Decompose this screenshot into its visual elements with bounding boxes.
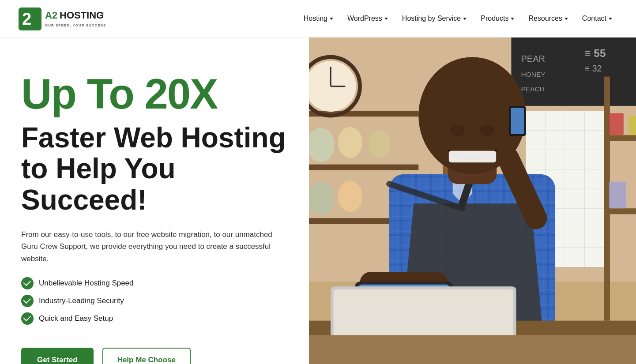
cta-buttons: Get Started Help Me Choose	[21, 348, 288, 364]
chevron-down-icon	[609, 18, 612, 20]
svg-text:≡ 32: ≡ 32	[584, 64, 602, 73]
svg-text:HOSTING: HOSTING	[60, 10, 104, 21]
nav-label-hosting: Hosting	[304, 15, 327, 23]
nav-link-hosting-by-service[interactable]: Hosting by Service	[396, 11, 473, 26]
hero-image-container: PEAR HONEY PEACH ≡ 55 ≡ 32	[309, 38, 636, 364]
svg-text:®: ®	[102, 12, 104, 16]
check-icon	[21, 277, 34, 289]
svg-text:A2: A2	[45, 10, 57, 21]
check-icon	[21, 295, 34, 307]
svg-point-19	[369, 130, 390, 158]
nav-item-hosting: Hosting	[297, 11, 339, 26]
nav-link-wordpress[interactable]: WordPress	[341, 11, 394, 26]
nav-label-hosting-by-service: Hosting by Service	[402, 15, 461, 23]
get-started-button[interactable]: Get Started	[21, 348, 94, 364]
nav-label-products: Products	[481, 15, 508, 23]
nav-item-products: Products	[474, 11, 520, 26]
nav-item-wordpress: WordPress	[341, 11, 394, 26]
svg-rect-30	[628, 116, 636, 135]
hero-section: Up To 20X Faster Web Hostingto Help YouS…	[0, 38, 636, 364]
svg-rect-74	[309, 335, 636, 364]
nav-label-wordpress: WordPress	[347, 15, 382, 23]
nav-link-contact[interactable]: Contact	[576, 11, 618, 26]
svg-rect-28	[604, 208, 636, 214]
hero-content: Up To 20X Faster Web Hostingto Help YouS…	[0, 38, 309, 364]
chevron-down-icon	[330, 18, 333, 20]
hero-headline-dark: Faster Web Hostingto Help YouSucceed!	[21, 122, 288, 215]
help-me-choose-button[interactable]: Help Me Choose	[102, 348, 191, 364]
svg-rect-27	[604, 135, 636, 141]
svg-rect-15	[309, 165, 418, 170]
feature-item-security: Industry-Leading Security	[21, 295, 288, 307]
feature-label-security: Industry-Leading Security	[39, 296, 124, 305]
svg-rect-31	[609, 181, 626, 208]
nav-link-hosting[interactable]: Hosting	[297, 11, 339, 26]
nav-item-hosting-by-service: Hosting by Service	[396, 11, 473, 26]
chevron-down-icon	[463, 18, 467, 20]
svg-point-18	[338, 127, 362, 158]
features-list: Unbelievable Hosting Speed Industry-Lead…	[21, 277, 288, 330]
svg-rect-62	[449, 151, 496, 163]
svg-point-60	[450, 124, 465, 136]
main-nav: Hosting WordPress Hosting by Service Pro…	[297, 11, 618, 26]
hero-headline-green: Up To 20X	[21, 73, 288, 115]
svg-text:OUR SPEED, YOUR SUCCESS: OUR SPEED, YOUR SUCCESS	[45, 23, 106, 27]
svg-text:HONEY: HONEY	[521, 71, 546, 78]
chevron-down-icon	[384, 18, 388, 20]
nav-link-resources[interactable]: Resources	[522, 11, 574, 26]
feature-label-speed: Unbelievable Hosting Speed	[39, 279, 134, 288]
feature-label-setup: Quick and Easy Setup	[39, 314, 113, 323]
svg-text:PEAR: PEAR	[521, 54, 545, 64]
svg-text:2: 2	[22, 10, 31, 28]
nav-label-contact: Contact	[582, 15, 606, 23]
check-icon	[21, 312, 34, 325]
navbar: 2 A2 HOSTING OUR SPEED, YOUR SUCCESS ® H…	[0, 0, 636, 38]
svg-text:≡ 55: ≡ 55	[584, 47, 606, 59]
nav-label-resources: Resources	[528, 15, 562, 23]
nav-link-products[interactable]: Products	[474, 11, 520, 26]
nav-item-resources: Resources	[522, 11, 574, 26]
svg-point-61	[480, 124, 494, 136]
feature-item-speed: Unbelievable Hosting Speed	[21, 277, 288, 289]
hero-image: PEAR HONEY PEACH ≡ 55 ≡ 32	[309, 38, 636, 364]
hero-photo-svg: PEAR HONEY PEACH ≡ 55 ≡ 32	[309, 38, 636, 364]
logo-image: 2 A2 HOSTING OUR SPEED, YOUR SUCCESS ®	[18, 5, 115, 32]
chevron-down-icon	[511, 18, 514, 20]
svg-rect-29	[609, 113, 624, 135]
logo[interactable]: 2 A2 HOSTING OUR SPEED, YOUR SUCCESS ®	[18, 5, 115, 32]
chevron-down-icon	[564, 18, 568, 20]
feature-item-setup: Quick and Easy Setup	[21, 312, 288, 325]
nav-item-contact: Contact	[576, 11, 618, 26]
svg-point-21	[338, 180, 362, 212]
svg-text:PEACH: PEACH	[521, 85, 545, 93]
svg-rect-65	[511, 108, 524, 134]
hero-description: From our easy-to-use tools, to our free …	[21, 229, 286, 265]
